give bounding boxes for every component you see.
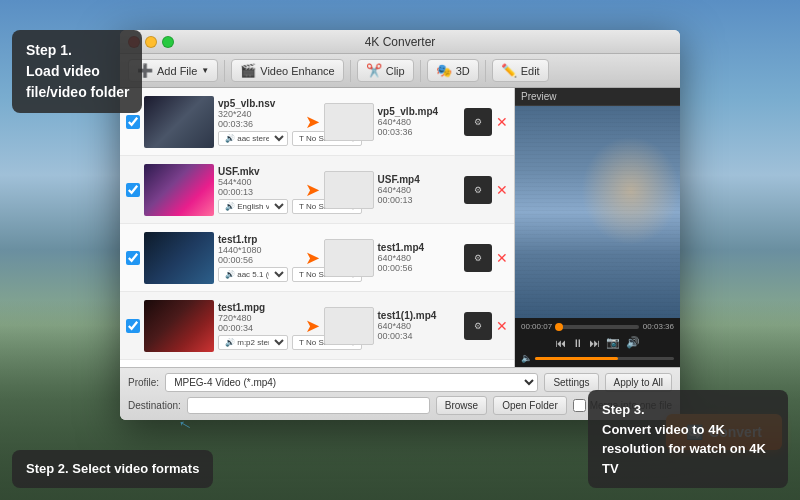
- row-3-close-button[interactable]: ✕: [496, 251, 508, 265]
- app-window: 4K Converter ➕ Add File ▼ 🎬 Video Enhanc…: [120, 30, 680, 420]
- row-3-input-res: 1440*1080: [218, 245, 301, 255]
- row-3-output-thumb: [324, 239, 374, 277]
- row-4-audio-select[interactable]: 🔊 m:p2 stereo: [218, 335, 288, 350]
- row-4-close-button[interactable]: ✕: [496, 319, 508, 333]
- row-2-audio-select[interactable]: 🔊 English vort: [218, 199, 288, 214]
- preview-panel: Preview 00:00:07 00:03:36 ⏮ ⏸ ⏭: [515, 88, 680, 367]
- merge-checkbox[interactable]: [573, 399, 586, 412]
- step-1-callout: Step 1. Load video file/video folder: [12, 30, 142, 113]
- step-2-text: Select video formats: [72, 461, 199, 476]
- edit-button[interactable]: ✏️ Edit: [492, 59, 549, 82]
- row-2-output-info: USF.mp4 640*480 00:00:13: [378, 174, 461, 205]
- preview-controls: 00:00:07 00:03:36 ⏮ ⏸ ⏭ 📷 🔊 🔈: [515, 318, 680, 367]
- row-1-input-duration: 00:03:36: [218, 119, 301, 129]
- row-2-checkbox[interactable]: [126, 183, 140, 197]
- row-2-controls: 🔊 English vort T No Subtitle: [218, 199, 301, 214]
- skip-end-button[interactable]: ⏭: [588, 336, 601, 350]
- table-row: vp5_vlb.nsv 320*240 00:03:36 🔊 aac stere…: [120, 88, 514, 156]
- playback-controls: ⏮ ⏸ ⏭ 📷 🔊: [521, 335, 674, 350]
- volume-bar[interactable]: [535, 357, 674, 360]
- row-2-output-name: USF.mp4: [378, 174, 461, 185]
- row-3-checkbox[interactable]: [126, 251, 140, 265]
- row-2-output-res: 640*480: [378, 185, 461, 195]
- row-1-output-duration: 00:03:36: [378, 127, 461, 137]
- preview-label: Preview: [515, 88, 680, 106]
- 3d-button[interactable]: 🎭 3D: [427, 59, 479, 82]
- volume-fill: [535, 357, 618, 360]
- row-3-thumbnail: [144, 232, 214, 284]
- row-3-audio-select[interactable]: 🔊 aac 5.1 (0x1: [218, 267, 288, 282]
- skip-start-button[interactable]: ⏮: [554, 336, 567, 350]
- row-4-output-info: test1(1).mp4 640*480 00:00:34: [378, 310, 461, 341]
- step-2-number: Step 2.: [26, 461, 72, 476]
- step-3-number: Step 3.: [602, 400, 774, 420]
- row-2-format-button[interactable]: ⚙: [464, 176, 492, 204]
- row-1-audio-select[interactable]: 🔊 aac stereo (: [218, 131, 288, 146]
- row-1-output-thumb: [324, 103, 374, 141]
- toolbar-divider-2: [350, 60, 351, 82]
- row-2-output-duration: 00:00:13: [378, 195, 461, 205]
- row-1-close-button[interactable]: ✕: [496, 115, 508, 129]
- row-1-input-res: 320*240: [218, 109, 301, 119]
- row-4-format-button[interactable]: ⚙: [464, 312, 492, 340]
- row-1-output-res: 640*480: [378, 117, 461, 127]
- time-bar-row: 00:00:07 00:03:36: [521, 322, 674, 331]
- row-4-input-name: test1.mpg: [218, 302, 301, 313]
- row-2-input-name: USF.mkv: [218, 166, 301, 177]
- browse-button[interactable]: Browse: [436, 396, 487, 415]
- step-3-callout: Step 3. Convert video to 4K resolution f…: [588, 390, 788, 488]
- step-1-text: Load video file/video folder: [26, 61, 128, 103]
- preview-overlay: [515, 106, 680, 318]
- row-1-checkbox[interactable]: [126, 115, 140, 129]
- progress-bar[interactable]: [556, 325, 639, 329]
- row-2-close-button[interactable]: ✕: [496, 183, 508, 197]
- clip-button[interactable]: ✂️ Clip: [357, 59, 414, 82]
- row-4-output-duration: 00:00:34: [378, 331, 461, 341]
- add-file-label: Add File: [157, 65, 197, 77]
- current-time: 00:00:07: [521, 322, 552, 331]
- minimize-window-button[interactable]: [145, 36, 157, 48]
- row-4-output-name: test1(1).mp4: [378, 310, 461, 321]
- row-4-checkbox[interactable]: [126, 319, 140, 333]
- 3d-icon: 🎭: [436, 63, 452, 78]
- 3d-label: 3D: [456, 65, 470, 77]
- progress-handle[interactable]: [555, 323, 563, 331]
- row-1-format-button[interactable]: ⚙: [464, 108, 492, 136]
- row-3-controls: 🔊 aac 5.1 (0x1 T No Subtitle: [218, 267, 301, 282]
- play-button[interactable]: ⏸: [571, 336, 584, 350]
- table-row: test1.trp 1440*1080 00:00:56 🔊 aac 5.1 (…: [120, 224, 514, 292]
- audio-button[interactable]: 🔊: [625, 335, 641, 350]
- toolbar: ➕ Add File ▼ 🎬 Video Enhance ✂️ Clip 🎭 3…: [120, 54, 680, 88]
- table-row: USF.mkv 544*400 00:00:13 🔊 English vort …: [120, 156, 514, 224]
- row-3-format-button[interactable]: ⚙: [464, 244, 492, 272]
- row-2-thumbnail: [144, 164, 214, 216]
- volume-row: 🔈: [521, 353, 674, 363]
- open-folder-button[interactable]: Open Folder: [493, 396, 567, 415]
- row-1-thumbnail: [144, 96, 214, 148]
- maximize-window-button[interactable]: [162, 36, 174, 48]
- row-3-output-duration: 00:00:56: [378, 263, 461, 273]
- snapshot-button[interactable]: 📷: [605, 335, 621, 350]
- file-list: vp5_vlb.nsv 320*240 00:03:36 🔊 aac stere…: [120, 88, 515, 367]
- row-2-input-info: USF.mkv 544*400 00:00:13 🔊 English vort …: [218, 166, 301, 214]
- video-enhance-label: Video Enhance: [260, 65, 334, 77]
- app-title: 4K Converter: [365, 35, 436, 49]
- row-1-input-info: vp5_vlb.nsv 320*240 00:03:36 🔊 aac stere…: [218, 98, 301, 146]
- row-2-arrow-icon: ➤: [305, 179, 320, 201]
- toolbar-divider-4: [485, 60, 486, 82]
- row-4-output-thumb: [324, 307, 374, 345]
- video-enhance-button[interactable]: 🎬 Video Enhance: [231, 59, 343, 82]
- profile-select[interactable]: MPEG-4 Video (*.mp4): [165, 373, 538, 392]
- row-2-input-res: 544*400: [218, 177, 301, 187]
- row-2-input-duration: 00:00:13: [218, 187, 301, 197]
- edit-icon: ✏️: [501, 63, 517, 78]
- settings-button[interactable]: Settings: [544, 373, 598, 392]
- title-bar: 4K Converter: [120, 30, 680, 54]
- main-content: vp5_vlb.nsv 320*240 00:03:36 🔊 aac stere…: [120, 88, 680, 367]
- add-file-dropdown-icon[interactable]: ▼: [201, 66, 209, 75]
- clip-icon: ✂️: [366, 63, 382, 78]
- profile-label: Profile:: [128, 377, 159, 388]
- row-1-controls: 🔊 aac stereo ( T No Subtitle: [218, 131, 301, 146]
- destination-input[interactable]: [187, 397, 430, 414]
- row-1-arrow-icon: ➤: [305, 111, 320, 133]
